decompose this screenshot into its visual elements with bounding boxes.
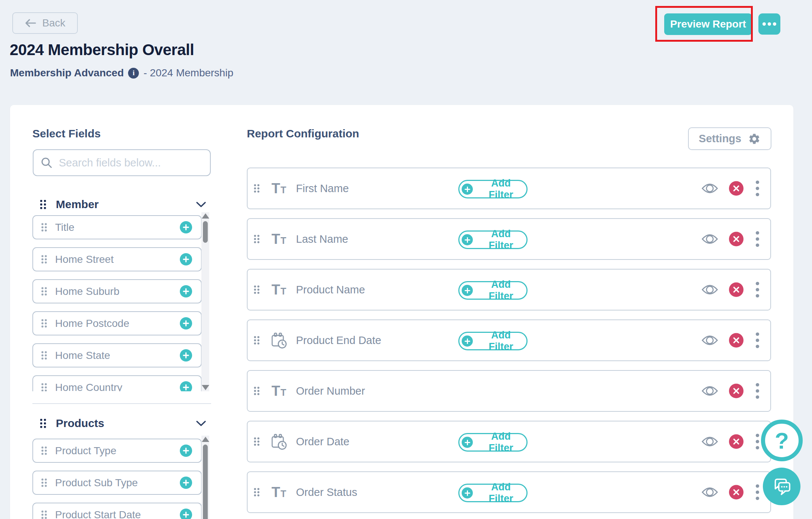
drag-handle-icon[interactable] [253, 184, 260, 194]
field-item[interactable]: Home Country [32, 375, 202, 391]
more-options-button[interactable] [758, 13, 780, 35]
chevron-down-icon[interactable] [196, 421, 206, 426]
remove-field-button[interactable] [729, 232, 743, 246]
field-item[interactable]: Product Sub Type [32, 471, 202, 495]
visibility-eye-icon[interactable] [701, 233, 718, 245]
add-field-button[interactable] [180, 253, 192, 265]
text-type-icon: TT [269, 284, 289, 295]
field-group-header-products[interactable]: Products [39, 417, 206, 430]
add-field-button[interactable] [180, 381, 192, 391]
add-field-button[interactable] [180, 317, 192, 329]
settings-button[interactable]: Settings [688, 127, 771, 150]
drag-handle-icon[interactable] [41, 382, 48, 391]
drag-handle-icon[interactable] [41, 286, 48, 296]
plus-icon [183, 256, 189, 262]
add-field-button[interactable] [180, 477, 192, 489]
drag-handle-icon[interactable] [253, 234, 260, 244]
drag-handle-icon[interactable] [253, 386, 260, 396]
drag-handle-icon[interactable] [41, 318, 48, 328]
drag-handle-icon[interactable] [41, 254, 48, 264]
field-item[interactable]: Home State [32, 343, 202, 367]
preview-report-button[interactable]: Preview Report [664, 13, 752, 35]
field-item[interactable]: Product Start Date [32, 503, 202, 519]
plus-icon [462, 184, 473, 195]
row-menu-icon[interactable] [754, 231, 761, 247]
info-icon[interactable]: i [128, 68, 139, 79]
add-filter-button[interactable]: Add Filter [458, 433, 528, 452]
add-field-button[interactable] [180, 221, 192, 233]
scroll-up-icon[interactable] [202, 437, 209, 442]
row-menu-icon[interactable] [754, 332, 761, 348]
drag-handle-icon[interactable] [41, 478, 48, 488]
drag-handle-icon[interactable] [39, 199, 47, 210]
report-field-label: First Name [296, 182, 349, 195]
row-menu-icon[interactable] [754, 484, 761, 500]
field-search-box[interactable] [33, 149, 211, 176]
field-item[interactable]: Home Suburb [32, 279, 202, 303]
remove-field-button[interactable] [729, 181, 743, 196]
products-field-list: Product Type Product Sub Type [32, 436, 202, 519]
member-field-list: Title Home Street [32, 212, 202, 391]
remove-field-button[interactable] [729, 384, 743, 398]
back-button[interactable]: Back [12, 12, 78, 34]
question-mark-icon: ? [775, 427, 789, 454]
drag-handle-icon[interactable] [41, 446, 48, 456]
remove-field-button[interactable] [729, 333, 743, 348]
scrollbar-thumb[interactable] [203, 445, 208, 519]
plus-icon [183, 320, 189, 327]
visibility-eye-icon[interactable] [701, 284, 718, 296]
add-filter-button[interactable]: Add Filter [458, 484, 528, 502]
text-type-icon: TT [269, 385, 289, 397]
row-menu-icon[interactable] [754, 180, 761, 197]
field-list-scrollbar[interactable] [201, 436, 209, 519]
x-icon [733, 388, 739, 394]
field-group-header-member[interactable]: Member [39, 198, 206, 211]
add-field-button[interactable] [180, 509, 192, 519]
remove-field-button[interactable] [729, 434, 743, 449]
x-icon [733, 489, 739, 496]
plus-icon [462, 437, 473, 448]
add-filter-button[interactable]: Add Filter [458, 281, 528, 300]
add-filter-button[interactable]: Add Filter [458, 230, 528, 249]
drag-handle-icon[interactable] [41, 510, 48, 519]
remove-field-button[interactable] [729, 283, 743, 297]
drag-handle-icon[interactable] [253, 335, 260, 346]
scroll-up-icon[interactable] [202, 213, 209, 219]
visibility-eye-icon[interactable] [701, 436, 718, 448]
help-button[interactable]: ? [761, 420, 803, 461]
visibility-eye-icon[interactable] [701, 183, 718, 194]
scroll-down-icon[interactable] [202, 385, 209, 390]
row-menu-icon[interactable] [754, 433, 761, 450]
scrollbar-thumb[interactable] [203, 221, 208, 243]
field-list-scrollbar[interactable] [201, 212, 209, 391]
back-label: Back [42, 17, 65, 29]
visibility-eye-icon[interactable] [701, 335, 718, 346]
drag-handle-icon[interactable] [41, 350, 48, 360]
field-item[interactable]: Home Street [32, 247, 202, 271]
report-builder-card: Select Fields Member [10, 105, 793, 519]
drag-handle-icon[interactable] [253, 437, 260, 447]
visibility-eye-icon[interactable] [701, 487, 718, 498]
drag-handle-icon[interactable] [253, 285, 260, 295]
remove-field-button[interactable] [729, 485, 743, 500]
add-filter-button[interactable]: Add Filter [458, 180, 528, 198]
chat-button[interactable] [763, 468, 800, 505]
visibility-eye-icon[interactable] [701, 385, 718, 397]
row-menu-icon[interactable] [754, 383, 761, 399]
add-filter-button[interactable]: Add Filter [458, 332, 528, 350]
add-field-button[interactable] [180, 349, 192, 362]
field-item[interactable]: Product Type [32, 439, 202, 463]
drag-handle-icon[interactable] [39, 418, 47, 429]
field-item-label: Product Start Date [55, 509, 180, 519]
plus-icon [183, 224, 189, 230]
row-menu-icon[interactable] [754, 281, 761, 298]
add-field-button[interactable] [180, 285, 192, 297]
drag-handle-icon[interactable] [253, 487, 260, 497]
drag-handle-icon[interactable] [41, 222, 48, 232]
field-search-input[interactable] [58, 156, 203, 169]
chevron-down-icon[interactable] [196, 202, 206, 207]
add-field-button[interactable] [180, 445, 192, 457]
plus-icon [183, 384, 189, 391]
field-item[interactable]: Title [32, 215, 202, 239]
field-item[interactable]: Home Postcode [32, 311, 202, 335]
